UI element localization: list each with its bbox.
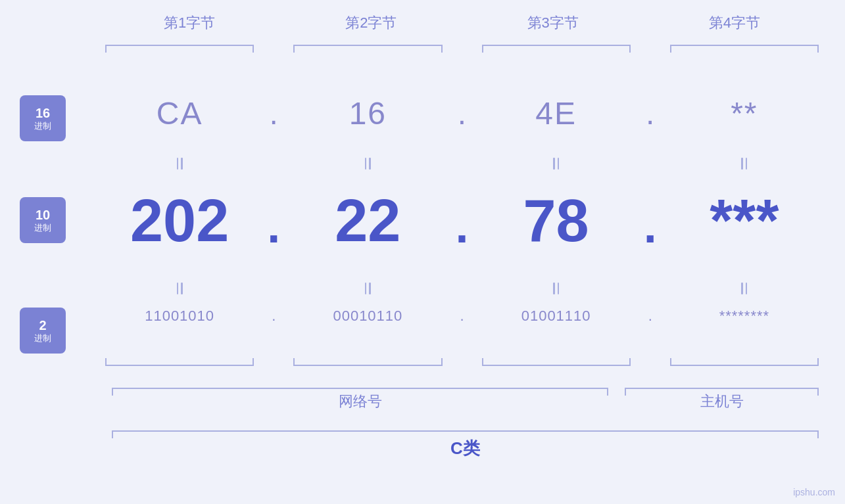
hex-val-2: 16 xyxy=(287,95,448,131)
equals-3 xyxy=(475,158,637,170)
dec-label: 10 进制 xyxy=(20,197,66,243)
bracket-col-4 xyxy=(664,45,825,46)
dec-val-4: *** xyxy=(664,187,825,255)
equals-1 xyxy=(99,158,260,170)
hex-dot-3: . xyxy=(637,95,664,131)
bin-label: 2 进制 xyxy=(20,308,66,354)
class-section: C类 xyxy=(112,430,819,460)
hex-val-1: CA xyxy=(99,95,260,131)
bin-dot-3: . xyxy=(637,308,664,325)
host-section: 主机号 xyxy=(625,388,819,411)
hex-val-4: ** xyxy=(664,95,825,131)
dec-dot-2: . xyxy=(449,189,475,253)
bin-val-2: 00010110 xyxy=(287,308,448,325)
hex-val-3: 4E xyxy=(475,95,637,131)
dec-val-2: 22 xyxy=(287,187,448,255)
col-header-3: 第3字节 xyxy=(462,13,644,33)
bin-label-bottom: 进制 xyxy=(34,333,51,344)
bracket-col-2 xyxy=(287,45,448,46)
column-headers: 第1字节 第2字节 第3字节 第4字节 xyxy=(99,13,825,33)
bracket-col-3 xyxy=(475,45,637,46)
bin-dot-2: . xyxy=(449,308,475,325)
dec-dot-3: . xyxy=(637,189,664,253)
watermark: ipshu.com xyxy=(793,487,835,497)
equals-row-2 xyxy=(99,283,825,294)
dec-dot-1: . xyxy=(260,189,287,253)
dec-val-3: 78 xyxy=(475,187,637,255)
equals2-2 xyxy=(287,283,448,294)
bottom-brackets-bin xyxy=(99,365,825,366)
hex-label-top: 16 xyxy=(36,105,50,121)
hex-dot-1: . xyxy=(260,95,287,131)
dec-val-1: 202 xyxy=(99,187,260,255)
hex-label-bottom: 进制 xyxy=(34,121,51,131)
bin-label-top: 2 xyxy=(39,317,46,333)
equals2-1 xyxy=(99,283,260,294)
col-header-1: 第1字节 xyxy=(99,13,280,33)
col-header-4: 第4字节 xyxy=(644,13,825,33)
equals-row-1 xyxy=(99,158,825,170)
top-brackets xyxy=(99,45,825,46)
bin-val-3: 01001110 xyxy=(475,308,637,325)
dec-label-bottom: 进制 xyxy=(34,223,51,233)
dec-row: 202 . 22 . 78 . *** xyxy=(99,187,825,255)
hex-dot-2: . xyxy=(449,95,475,131)
host-label: 主机号 xyxy=(625,392,819,411)
bin-row: 11001010 . 00010110 . 01001110 . *******… xyxy=(99,308,825,325)
network-section: 网络号 xyxy=(112,388,608,411)
bin-dot-1: . xyxy=(260,308,287,325)
class-label: C类 xyxy=(112,437,819,460)
bracket-col-1 xyxy=(99,45,260,46)
hex-row: CA . 16 . 4E . ** xyxy=(99,95,825,131)
network-label: 网络号 xyxy=(112,392,608,411)
equals2-4 xyxy=(664,283,825,294)
equals-4 xyxy=(664,158,825,170)
bin-val-4: ******** xyxy=(664,308,825,325)
dec-label-top: 10 xyxy=(36,207,50,223)
hex-label: 16 进制 xyxy=(20,95,66,141)
equals-2 xyxy=(287,158,448,170)
col-header-2: 第2字节 xyxy=(280,13,462,33)
bin-val-1: 11001010 xyxy=(99,308,260,325)
equals2-3 xyxy=(475,283,637,294)
